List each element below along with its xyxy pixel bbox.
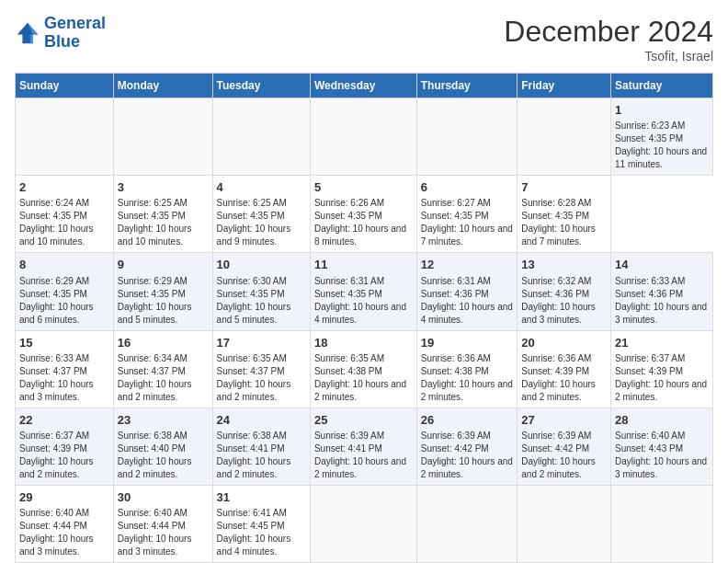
calendar-cell: 14Sunrise: 6:33 AMSunset: 4:36 PMDayligh… bbox=[611, 253, 713, 330]
header-day: Tuesday bbox=[212, 74, 310, 98]
day-number: 23 bbox=[118, 412, 209, 429]
calendar-cell: 18Sunrise: 6:35 AMSunset: 4:38 PMDayligh… bbox=[310, 330, 416, 408]
day-number: 9 bbox=[118, 257, 209, 273]
header-day: Friday bbox=[518, 74, 611, 98]
day-info: Sunrise: 6:40 AMSunset: 4:43 PMDaylight:… bbox=[615, 430, 709, 481]
day-number: 19 bbox=[421, 335, 514, 351]
calendar-cell: 6Sunrise: 6:27 AMSunset: 4:35 PMDaylight… bbox=[416, 176, 518, 253]
day-number: 5 bbox=[314, 179, 413, 196]
day-info: Sunrise: 6:37 AMSunset: 4:39 PMDaylight:… bbox=[19, 430, 109, 481]
day-info: Sunrise: 6:33 AMSunset: 4:37 PMDaylight:… bbox=[19, 352, 109, 404]
calendar-cell: 31Sunrise: 6:41 AMSunset: 4:45 PMDayligh… bbox=[212, 485, 310, 562]
calendar-cell: 7Sunrise: 6:28 AMSunset: 4:35 PMDaylight… bbox=[518, 176, 611, 253]
day-info: Sunrise: 6:26 AMSunset: 4:35 PMDaylight:… bbox=[314, 197, 413, 248]
day-info: Sunrise: 6:39 AMSunset: 4:42 PMDaylight:… bbox=[421, 430, 514, 481]
header-day: Wednesday bbox=[310, 74, 416, 98]
logo: General Blue bbox=[15, 15, 106, 52]
day-number: 24 bbox=[217, 412, 306, 429]
day-number: 4 bbox=[217, 179, 306, 196]
calendar-cell: 15Sunrise: 6:33 AMSunset: 4:37 PMDayligh… bbox=[16, 330, 114, 408]
day-number: 28 bbox=[615, 412, 709, 429]
week-row: 22Sunrise: 6:37 AMSunset: 4:39 PMDayligh… bbox=[16, 408, 713, 485]
calendar-cell: 21Sunrise: 6:37 AMSunset: 4:39 PMDayligh… bbox=[611, 330, 713, 408]
calendar-cell: 26Sunrise: 6:39 AMSunset: 4:42 PMDayligh… bbox=[416, 408, 518, 485]
day-info: Sunrise: 6:30 AMSunset: 4:35 PMDaylight:… bbox=[217, 275, 306, 327]
location: Tsofit, Israel bbox=[504, 49, 713, 63]
calendar-cell: 22Sunrise: 6:37 AMSunset: 4:39 PMDayligh… bbox=[16, 408, 114, 485]
day-info: Sunrise: 6:24 AMSunset: 4:35 PMDaylight:… bbox=[19, 197, 109, 248]
logo-text: General Blue bbox=[44, 15, 106, 52]
calendar-cell: 23Sunrise: 6:38 AMSunset: 4:40 PMDayligh… bbox=[113, 408, 212, 485]
calendar-cell: 11Sunrise: 6:31 AMSunset: 4:35 PMDayligh… bbox=[310, 253, 416, 330]
day-number: 11 bbox=[314, 257, 413, 273]
calendar-cell: 3Sunrise: 6:25 AMSunset: 4:35 PMDaylight… bbox=[113, 176, 212, 253]
week-row: 2Sunrise: 6:24 AMSunset: 4:35 PMDaylight… bbox=[16, 176, 713, 253]
day-number: 7 bbox=[521, 179, 607, 196]
header-day: Saturday bbox=[611, 74, 713, 98]
day-info: Sunrise: 6:31 AMSunset: 4:36 PMDaylight:… bbox=[421, 275, 514, 327]
day-info: Sunrise: 6:25 AMSunset: 4:35 PMDaylight:… bbox=[118, 197, 209, 248]
day-number: 27 bbox=[521, 412, 607, 429]
day-info: Sunrise: 6:27 AMSunset: 4:35 PMDaylight:… bbox=[421, 197, 514, 248]
calendar-cell bbox=[416, 485, 518, 562]
day-number: 21 bbox=[615, 335, 709, 351]
header-day: Monday bbox=[113, 74, 212, 98]
calendar-cell: 16Sunrise: 6:34 AMSunset: 4:37 PMDayligh… bbox=[113, 330, 212, 408]
calendar-cell: 29Sunrise: 6:40 AMSunset: 4:44 PMDayligh… bbox=[16, 485, 114, 562]
day-info: Sunrise: 6:29 AMSunset: 4:35 PMDaylight:… bbox=[118, 275, 209, 327]
day-info: Sunrise: 6:35 AMSunset: 4:38 PMDaylight:… bbox=[314, 352, 413, 404]
day-number: 15 bbox=[19, 335, 109, 351]
day-number: 29 bbox=[19, 489, 109, 506]
calendar-cell: 20Sunrise: 6:36 AMSunset: 4:39 PMDayligh… bbox=[518, 330, 611, 408]
calendar-cell: 8Sunrise: 6:29 AMSunset: 4:35 PMDaylight… bbox=[16, 253, 114, 330]
day-number: 18 bbox=[314, 335, 413, 351]
day-number: 10 bbox=[217, 257, 306, 273]
calendar-cell: 10Sunrise: 6:30 AMSunset: 4:35 PMDayligh… bbox=[212, 253, 310, 330]
week-row: 8Sunrise: 6:29 AMSunset: 4:35 PMDaylight… bbox=[16, 253, 713, 330]
month-title: December 2024 bbox=[504, 15, 713, 49]
day-number: 22 bbox=[19, 412, 109, 429]
calendar-cell: 25Sunrise: 6:39 AMSunset: 4:41 PMDayligh… bbox=[310, 408, 416, 485]
day-number: 25 bbox=[314, 412, 413, 429]
day-info: Sunrise: 6:39 AMSunset: 4:41 PMDaylight:… bbox=[314, 430, 413, 481]
day-info: Sunrise: 6:28 AMSunset: 4:35 PMDaylight:… bbox=[521, 197, 607, 248]
day-info: Sunrise: 6:38 AMSunset: 4:41 PMDaylight:… bbox=[217, 430, 306, 481]
calendar-cell bbox=[310, 98, 416, 176]
day-number: 8 bbox=[19, 257, 109, 273]
calendar-cell: 30Sunrise: 6:40 AMSunset: 4:44 PMDayligh… bbox=[113, 485, 212, 562]
calendar-cell: 24Sunrise: 6:38 AMSunset: 4:41 PMDayligh… bbox=[212, 408, 310, 485]
day-number: 17 bbox=[217, 335, 306, 351]
day-number: 31 bbox=[217, 489, 306, 506]
calendar-cell: 4Sunrise: 6:25 AMSunset: 4:35 PMDaylight… bbox=[212, 176, 310, 253]
day-info: Sunrise: 6:29 AMSunset: 4:35 PMDaylight:… bbox=[19, 275, 109, 327]
day-number: 26 bbox=[421, 412, 514, 429]
day-number: 20 bbox=[521, 335, 607, 351]
day-number: 12 bbox=[421, 257, 514, 273]
day-info: Sunrise: 6:31 AMSunset: 4:35 PMDaylight:… bbox=[314, 275, 413, 327]
calendar-cell bbox=[212, 98, 310, 176]
title-block: December 2024 Tsofit, Israel bbox=[504, 15, 713, 63]
week-row: 15Sunrise: 6:33 AMSunset: 4:37 PMDayligh… bbox=[16, 330, 713, 408]
calendar-cell bbox=[113, 98, 212, 176]
day-info: Sunrise: 6:36 AMSunset: 4:39 PMDaylight:… bbox=[521, 352, 607, 404]
day-info: Sunrise: 6:40 AMSunset: 4:44 PMDaylight:… bbox=[19, 507, 109, 558]
calendar-cell: 2Sunrise: 6:24 AMSunset: 4:35 PMDaylight… bbox=[16, 176, 114, 253]
header-day: Sunday bbox=[16, 74, 114, 98]
page-header: General Blue December 2024 Tsofit, Israe… bbox=[15, 15, 713, 63]
calendar-cell: 27Sunrise: 6:39 AMSunset: 4:42 PMDayligh… bbox=[518, 408, 611, 485]
week-row: 29Sunrise: 6:40 AMSunset: 4:44 PMDayligh… bbox=[16, 485, 713, 562]
day-number: 14 bbox=[615, 257, 709, 273]
calendar-cell: 19Sunrise: 6:36 AMSunset: 4:38 PMDayligh… bbox=[416, 330, 518, 408]
calendar-cell bbox=[416, 98, 518, 176]
day-info: Sunrise: 6:23 AMSunset: 4:35 PMDaylight:… bbox=[615, 120, 709, 171]
calendar-cell: 12Sunrise: 6:31 AMSunset: 4:36 PMDayligh… bbox=[416, 253, 518, 330]
header-row: SundayMondayTuesdayWednesdayThursdayFrid… bbox=[16, 74, 713, 98]
day-info: Sunrise: 6:37 AMSunset: 4:39 PMDaylight:… bbox=[615, 352, 709, 404]
calendar-cell: 28Sunrise: 6:40 AMSunset: 4:43 PMDayligh… bbox=[611, 408, 713, 485]
calendar-cell bbox=[16, 98, 114, 176]
day-number: 30 bbox=[118, 489, 209, 506]
header-day: Thursday bbox=[416, 74, 518, 98]
logo-icon bbox=[15, 20, 40, 46]
calendar-cell: 17Sunrise: 6:35 AMSunset: 4:37 PMDayligh… bbox=[212, 330, 310, 408]
day-number: 16 bbox=[118, 335, 209, 351]
